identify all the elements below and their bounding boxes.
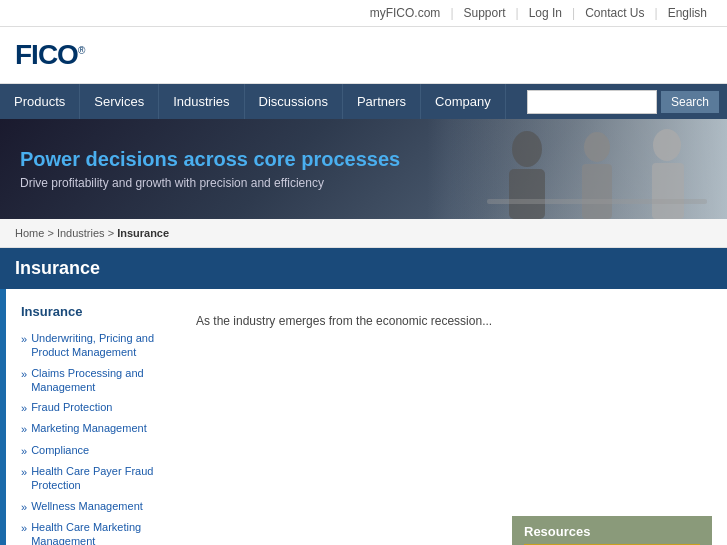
sidebar-link-label-0: Underwriting, Pricing and Product Manage… xyxy=(31,331,181,360)
breadcrumb-current: Insurance xyxy=(117,227,169,239)
top-bar: myFICO.com | Support | Log In | Contact … xyxy=(0,0,727,27)
search-input[interactable] xyxy=(527,90,657,114)
svg-point-1 xyxy=(512,131,542,167)
nav-search-area: Search xyxy=(519,85,727,119)
svg-rect-2 xyxy=(509,169,545,219)
sidebar-link-6[interactable]: » Wellness Management xyxy=(21,499,181,514)
sidebar: Insurance » Underwriting, Pricing and Pr… xyxy=(21,304,181,545)
breadcrumb-home[interactable]: Home xyxy=(15,227,44,239)
sidebar-link-label-2: Fraud Protection xyxy=(31,400,112,414)
topbar-english[interactable]: English xyxy=(658,4,717,22)
resources-box: Resources xyxy=(512,516,712,545)
svg-point-3 xyxy=(584,132,610,162)
right-content: As the industry emerges from the economi… xyxy=(196,304,712,446)
search-button[interactable]: Search xyxy=(661,91,719,113)
sidebar-link-7[interactable]: » Health Care Marketing Management xyxy=(21,520,181,545)
breadcrumb-sep1: > xyxy=(47,227,56,239)
arrow-icon-6: » xyxy=(21,500,27,514)
hero-illustration xyxy=(447,119,727,219)
hero-subtext: Drive profitability and growth with prec… xyxy=(20,176,400,190)
arrow-icon-1: » xyxy=(21,367,27,381)
sidebar-link-5[interactable]: » Health Care Payer Fraud Protection xyxy=(21,464,181,493)
nav-industries[interactable]: Industries xyxy=(159,84,244,119)
page-title-bar: Insurance xyxy=(0,248,727,289)
bottom-text: As the industry emerges from the economi… xyxy=(196,304,712,328)
right-wrapper: As the industry emerges from the economi… xyxy=(196,304,712,545)
sidebar-link-3[interactable]: » Marketing Management xyxy=(21,421,181,436)
hero-heading: Power decisions across core processes xyxy=(20,148,400,171)
hero-image xyxy=(427,119,727,219)
page-title: Insurance xyxy=(15,258,712,279)
breadcrumb-sep2: > xyxy=(108,227,117,239)
breadcrumb: Home > Industries > Insurance xyxy=(0,219,727,248)
arrow-icon-2: » xyxy=(21,401,27,415)
arrow-icon-0: » xyxy=(21,332,27,346)
sidebar-link-label-4: Compliance xyxy=(31,443,89,457)
arrow-icon-4: » xyxy=(21,444,27,458)
topbar-login[interactable]: Log In xyxy=(519,4,572,22)
logo-tm: ® xyxy=(78,45,84,56)
sidebar-link-label-5: Health Care Payer Fraud Protection xyxy=(31,464,181,493)
nav-products[interactable]: Products xyxy=(0,84,80,119)
arrow-icon-3: » xyxy=(21,422,27,436)
svg-rect-6 xyxy=(652,163,684,219)
sidebar-link-1[interactable]: » Claims Processing and Management xyxy=(21,366,181,395)
content-area: Insurance » Underwriting, Pricing and Pr… xyxy=(0,289,727,545)
main-content: Insurance » Underwriting, Pricing and Pr… xyxy=(6,289,727,545)
nav-partners[interactable]: Partners xyxy=(343,84,421,119)
nav-services[interactable]: Services xyxy=(80,84,159,119)
breadcrumb-industries[interactable]: Industries xyxy=(57,227,105,239)
arrow-icon-7: » xyxy=(21,521,27,535)
sidebar-link-2[interactable]: » Fraud Protection xyxy=(21,400,181,415)
nav-bar: Products Services Industries Discussions… xyxy=(0,84,727,119)
hero-banner: Power decisions across core processes Dr… xyxy=(0,119,727,219)
logo-text: FICO xyxy=(15,39,78,70)
topbar-support[interactable]: Support xyxy=(454,4,516,22)
topbar-myfico[interactable]: myFICO.com xyxy=(360,4,451,22)
sidebar-link-label-1: Claims Processing and Management xyxy=(31,366,181,395)
fico-logo[interactable]: FICO® xyxy=(15,39,712,71)
sidebar-link-label-7: Health Care Marketing Management xyxy=(31,520,181,545)
sidebar-link-label-6: Wellness Management xyxy=(31,499,143,513)
sidebar-link-label-3: Marketing Management xyxy=(31,421,147,435)
sidebar-link-0[interactable]: » Underwriting, Pricing and Product Mana… xyxy=(21,331,181,360)
arrow-icon-5: » xyxy=(21,465,27,479)
svg-point-5 xyxy=(653,129,681,161)
logo-bar: FICO® xyxy=(0,27,727,84)
sidebar-link-4[interactable]: » Compliance xyxy=(21,443,181,458)
sidebar-title: Insurance xyxy=(21,304,181,323)
svg-rect-4 xyxy=(582,164,612,219)
nav-discussions[interactable]: Discussions xyxy=(245,84,343,119)
nav-company[interactable]: Company xyxy=(421,84,506,119)
hero-text: Power decisions across core processes Dr… xyxy=(20,148,400,190)
resources-title: Resources xyxy=(524,524,700,539)
topbar-contact[interactable]: Contact Us xyxy=(575,4,654,22)
svg-rect-7 xyxy=(487,199,707,204)
